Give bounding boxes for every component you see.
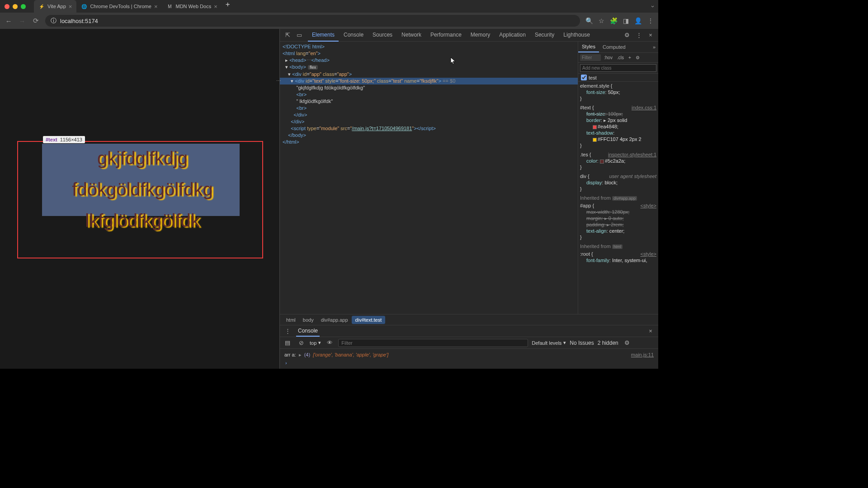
console-sidebar-icon[interactable]: ▤ [283, 338, 292, 348]
maximize-window-button[interactable] [21, 4, 26, 9]
execution-context[interactable]: top ▾ [310, 340, 321, 346]
browser-tab-mdn[interactable]: M MDN Web Docs × [162, 0, 222, 13]
close-window-button[interactable] [5, 4, 9, 9]
sidepanel-icon[interactable]: ◨ [623, 17, 629, 24]
class-name-label: test [589, 75, 597, 80]
breadcrumb-text[interactable]: div#text.test [352, 316, 386, 324]
issues-label[interactable]: No Issues [570, 340, 594, 346]
styles-more-icon[interactable]: » [650, 44, 658, 50]
tab-title: Chrome DevTools | Chrome [90, 4, 151, 9]
hidden-label[interactable]: 2 hidden [598, 340, 618, 346]
devtools-tab-memory[interactable]: Memory [467, 29, 494, 42]
profile-icon[interactable]: 👤 [634, 17, 642, 24]
browser-tab-vite[interactable]: ⚡ Vite App × [34, 0, 76, 13]
class-toggle-row[interactable]: test [578, 74, 658, 82]
zoom-icon[interactable]: 🔍 [585, 17, 593, 24]
minimize-window-button[interactable] [13, 4, 18, 9]
devtools-tab-security[interactable]: Security [531, 29, 558, 42]
device-toolbar-icon[interactable]: ▭ [294, 30, 304, 40]
flex-badge[interactable]: flex [308, 65, 318, 70]
breadcrumb-body[interactable]: body [299, 316, 317, 324]
styles-settings-icon[interactable]: ⚙ [634, 55, 641, 60]
inspect-dimensions: 1156×413 [60, 137, 82, 142]
log-label: arr a: [284, 351, 296, 359]
class-checkbox[interactable] [581, 75, 587, 80]
devtools-settings-icon[interactable]: ⚙ [622, 30, 632, 40]
new-style-rule-icon[interactable]: + [627, 55, 632, 60]
dom-tree[interactable]: <!DOCTYPE html> <html lang="en"> ▸ <head… [280, 42, 578, 314]
dom-doctype[interactable]: <!DOCTYPE html> [283, 44, 325, 49]
address-bar[interactable]: ⓘ localhost:5174 [45, 15, 580, 27]
forward-button[interactable]: → [18, 17, 26, 25]
inspect-element-icon[interactable]: ⇱ [283, 30, 292, 40]
mdn-favicon: M [166, 3, 173, 9]
dom-text-node[interactable]: "gkjfdglfkdjg fdökgöldfkgölfdkg" [297, 85, 365, 90]
devtools-tab-console[interactable]: Console [340, 29, 368, 42]
css-rules[interactable]: element.style { font-size: 50px; } #text… [578, 82, 658, 314]
bookmark-icon[interactable]: ☆ [599, 17, 604, 24]
styles-tab-computed[interactable]: Computed [599, 42, 629, 52]
drawer-tab-console[interactable]: Console [296, 326, 320, 337]
close-tab-icon[interactable]: × [154, 3, 158, 10]
browser-tab-devtools-docs[interactable]: 🌐 Chrome DevTools | Chrome × [76, 0, 162, 13]
browser-tabs: ⚡ Vite App × 🌐 Chrome DevTools | Chrome … [34, 0, 234, 13]
dom-text-node[interactable]: " lkfglödfkgölfdk" [297, 99, 333, 104]
devtools-tab-application[interactable]: Application [495, 29, 530, 42]
reload-button[interactable]: ⟳ [32, 17, 40, 25]
log-levels[interactable]: Default levels ▾ [532, 340, 566, 346]
source-link[interactable]: index.css:1 [632, 104, 656, 111]
drawer-close-icon[interactable]: × [646, 326, 656, 336]
console-filter-input[interactable] [338, 339, 528, 347]
close-tab-icon[interactable]: × [69, 3, 72, 10]
url-text: localhost:5174 [60, 18, 98, 24]
devtools-more-icon[interactable]: ⋮ [634, 30, 644, 40]
breadcrumb-app[interactable]: div#app.app [317, 316, 352, 324]
live-expression-icon[interactable]: 👁 [325, 338, 335, 348]
devtools-tab-lighthouse[interactable]: Lighthouse [559, 29, 594, 42]
devtools-tab-sources[interactable]: Sources [368, 29, 396, 42]
dom-selected-node[interactable]: ⋯ ▾ <div id="text" style="font-size: 50p… [280, 78, 578, 84]
clear-console-icon[interactable]: ⊘ [296, 338, 306, 348]
dom-br[interactable]: <br> [297, 92, 307, 97]
devtools-tab-elements[interactable]: Elements [308, 29, 339, 42]
color-swatch[interactable] [593, 125, 597, 129]
log-source-link[interactable]: main.js:11 [631, 351, 654, 359]
drawer-menu-icon[interactable]: ⋮ [283, 326, 292, 336]
color-swatch[interactable] [600, 160, 604, 164]
menu-icon[interactable]: ⋮ [647, 17, 654, 24]
source-link[interactable]: inspector-stylesheet:1 [608, 151, 656, 158]
add-class-input[interactable] [580, 64, 656, 72]
extensions-icon[interactable]: 🧩 [610, 17, 618, 24]
devtools-tabs: Elements Console Sources Network Perform… [308, 29, 594, 42]
cls-toggle[interactable]: .cls [616, 55, 625, 60]
close-tab-icon[interactable]: × [214, 3, 217, 10]
source-link[interactable]: <style> [641, 251, 656, 257]
mouse-cursor [450, 57, 457, 65]
devtools-toolbar: ⇱ ▭ Elements Console Sources Network Per… [280, 29, 658, 42]
page-text-element[interactable]: gkjfdglfkdjg fdökgöldfkgölfdkg lkfglödfk… [29, 143, 255, 236]
styles-filter-bar: :hov .cls + ⚙ [578, 53, 658, 63]
source-link[interactable]: <style> [641, 202, 656, 209]
color-swatch[interactable] [593, 138, 597, 142]
devtools-tab-performance[interactable]: Performance [426, 29, 466, 42]
hov-toggle[interactable]: :hov [603, 55, 614, 60]
console-prompt[interactable]: › [284, 359, 654, 367]
dom-breadcrumbs: html body div#app.app div#text.test [280, 314, 658, 325]
styles-tab-styles[interactable]: Styles [578, 42, 599, 52]
console-settings-icon[interactable]: ⚙ [622, 338, 632, 348]
inspect-tooltip: #text 1156×413 [43, 136, 85, 143]
window-controls [5, 4, 26, 9]
new-tab-button[interactable]: + [222, 0, 234, 13]
console-output[interactable]: arr a: ▸ (4) ['orange', 'banana', 'apple… [280, 349, 658, 369]
tab-title: Vite App [47, 4, 66, 9]
log-array[interactable]: ['orange', 'banana', 'apple', 'grape'] [313, 351, 388, 359]
site-info-icon[interactable]: ⓘ [51, 17, 57, 25]
tabs-overflow-icon[interactable]: › [649, 5, 656, 7]
devtools-close-icon[interactable]: × [646, 30, 656, 40]
breadcrumb-html[interactable]: html [283, 316, 299, 324]
window-titlebar: ⚡ Vite App × 🌐 Chrome DevTools | Chrome … [0, 0, 658, 13]
styles-filter-input[interactable] [580, 54, 601, 61]
dom-br[interactable]: <br> [297, 105, 307, 111]
back-button[interactable]: ← [5, 17, 13, 25]
devtools-tab-network[interactable]: Network [397, 29, 425, 42]
